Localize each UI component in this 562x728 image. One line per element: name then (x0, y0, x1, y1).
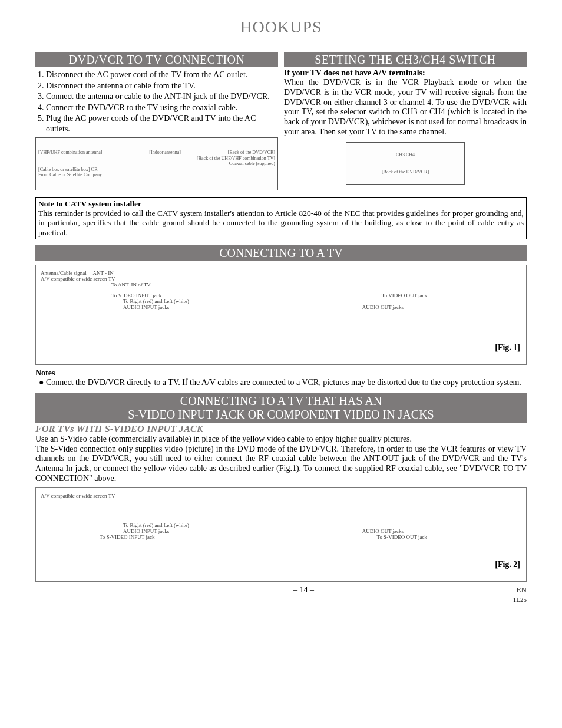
diag-label: To Right (red) and Left (white) (123, 298, 521, 304)
sec4-header: CONNECTING TO A TV THAT HAS AN S-VIDEO I… (35, 393, 527, 423)
sec2-body: When the DVD/VCR is in the VCR Playback … (284, 78, 527, 137)
notes-title: Notes (35, 368, 527, 378)
sec4-sub: FOR TVs WITH S-VIDEO INPUT JACK (35, 424, 527, 434)
fig1-label: [Fig. 1] (495, 343, 520, 353)
doc-code: 1L25 (513, 596, 527, 603)
step: Plug the AC power cords of the DVD/VCR a… (46, 113, 278, 134)
catv-body: This reminder is provided to call the CA… (38, 209, 524, 238)
sec4-title-l2: S-VIDEO INPUT JACK OR COMPONENT VIDEO IN… (128, 408, 434, 421)
sec4-p1: Use an S-Video cable (commercially avail… (35, 434, 527, 444)
diag-label: From Cable or Satellite Company (38, 172, 102, 178)
note1: ● Connect the DVD/VCR directly to a TV. … (46, 378, 527, 387)
left-col: DVD/VCR TO TV CONNECTION Disconnect the … (35, 52, 278, 194)
sec2-diagram: CH3 CH4 [Back of the DVD/VCR] (346, 142, 465, 185)
diag-label: AUDIO OUT jacks (362, 304, 404, 310)
top-columns: DVD/VCR TO TV CONNECTION Disconnect the … (35, 52, 527, 194)
page-number: – 14 – (94, 585, 513, 604)
diag-label: [Back of the DVD/VCR] (228, 150, 275, 156)
diag-label: [Back of the UHF/VHF combination TV] (197, 156, 275, 161)
diag-label: AUDIO OUT jacks (362, 528, 404, 534)
sec1-steps: Disconnect the AC power cord of the TV f… (35, 70, 278, 134)
diag-label: ANT - IN (93, 270, 114, 276)
sec4-title-l1: CONNECTING TO A TV THAT HAS AN (180, 394, 382, 407)
step: Disconnect the AC power cord of the TV f… (46, 70, 278, 80)
diag-label: [Cable box or satellite box] (38, 167, 90, 172)
diag-label: OR (91, 167, 98, 172)
catv-title: Note to CATV system installer (38, 199, 141, 208)
diag-label: AUDIO INPUT jacks (123, 304, 169, 310)
lang-code: EN (517, 585, 527, 594)
sec4-p2: The S-Video connection only supplies vid… (35, 444, 527, 484)
step: Connect the DVD/VCR to the TV using the … (46, 103, 278, 113)
sec3-header: CONNECTING TO A TV (35, 245, 527, 261)
fig2-label: [Fig. 2] (495, 560, 520, 569)
right-col: SETTING THE CH3/CH4 SWITCH If your TV do… (284, 52, 527, 194)
page-title: HOOKUPS (35, 18, 527, 39)
diag-label: To Right (red) and Left (white) (123, 522, 521, 528)
diag-label: Coaxial cable (supplied) (229, 161, 275, 166)
diag-label: CH3 CH4 (396, 152, 415, 157)
step: Disconnect the antenna or cable from the… (46, 81, 278, 91)
title-rule (35, 42, 527, 42)
sec2-header: SETTING THE CH3/CH4 SWITCH (284, 52, 527, 67)
catv-note: Note to CATV system installer This remin… (35, 197, 527, 239)
diag-label: A/V-compatible or wide screen TV (41, 276, 521, 282)
diag-label: [VHF/UHF combination antenna] (38, 150, 102, 156)
diag-label: To ANT. IN of TV (111, 282, 521, 288)
footer: – 14 – EN 1L25 (35, 585, 527, 604)
diag-label: [Indoor antenna] (149, 150, 181, 156)
diag-label: Antenna/Cable signal (41, 270, 87, 276)
diag-label: To S-VIDEO OUT jack (377, 534, 427, 540)
sec1-diagram: [VHF/UHF combination antenna] [Indoor an… (35, 137, 278, 190)
diag-label: [Back of the DVD/VCR] (382, 169, 429, 174)
step: Connect the antenna or cable to the ANT-… (46, 91, 278, 102)
diag-label: AUDIO INPUT jacks (123, 528, 169, 534)
sec3-diagram: Antenna/Cable signal ANT - IN A/V-compat… (35, 265, 527, 365)
sec2-sub: If your TV does not have A/V terminals: (284, 68, 527, 78)
diag-label: To S-VIDEO INPUT jack (100, 534, 154, 540)
sec4-diagram: A/V-compatible or wide screen TV To Righ… (35, 487, 527, 582)
diag-label: To VIDEO OUT jack (382, 292, 427, 298)
diag-label: To VIDEO INPUT jack (111, 292, 161, 298)
diag-label: A/V-compatible or wide screen TV (41, 493, 521, 499)
sec1-header: DVD/VCR TO TV CONNECTION (35, 52, 278, 67)
